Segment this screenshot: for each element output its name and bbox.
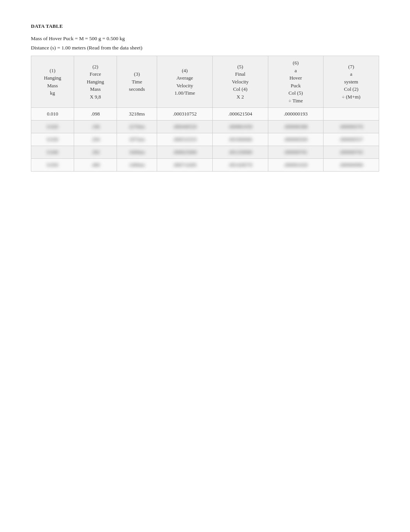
cell-row2-col3: 2270ms bbox=[117, 121, 157, 133]
cell-row2-col6: .000000388 bbox=[268, 121, 324, 133]
cell-row1-col5: .000621504 bbox=[212, 108, 268, 121]
cell-row1-col1: 0.010 bbox=[31, 108, 74, 121]
cell-row4-col1: 0.040 bbox=[31, 146, 74, 159]
col-header-6: (6) a Hover Puck Col (5) ÷ Time bbox=[268, 56, 324, 108]
cell-row2-col5: .000881058 bbox=[212, 121, 268, 133]
cell-row3-col3: 1875ms bbox=[117, 133, 157, 146]
cell-row1-col6: .000000193 bbox=[268, 108, 324, 121]
cell-row2-col7: .000000376 bbox=[324, 121, 379, 133]
data-table: (1) Hanging Mass kg (2) Force Hanging Ma… bbox=[31, 56, 379, 172]
col-header-7: (7) a system Col (2) ÷ (M+m) bbox=[324, 56, 379, 108]
table-row: 0.030.2941875ms.000533333.001066666.0000… bbox=[31, 133, 379, 146]
meta-mass: Mass of Hover Puck = M = 500 g = 0.500 k… bbox=[31, 36, 379, 42]
cell-row3-col6: .000000569 bbox=[268, 133, 324, 146]
cell-row3-col5: .001066666 bbox=[212, 133, 268, 146]
cell-row5-col5: .001428570 bbox=[212, 159, 268, 172]
cell-row5-col7: .000000996 bbox=[324, 159, 379, 172]
cell-row1-col2: .098 bbox=[74, 108, 117, 121]
cell-row1-col3: 3218ms bbox=[117, 108, 157, 121]
page-title: DATA TABLE bbox=[31, 23, 379, 29]
cell-row5-col4: .000714285 bbox=[157, 159, 213, 172]
cell-row5-col1: 0.050 bbox=[31, 159, 74, 172]
cell-row5-col6: .000001020 bbox=[268, 159, 324, 172]
col-header-3: (3) Time seconds bbox=[117, 56, 157, 108]
table-row: 0.040.3921600ms.000625000.001250000.0000… bbox=[31, 146, 379, 159]
col-header-1: (1) Hanging Mass kg bbox=[31, 56, 74, 108]
cell-row4-col6: .000000781 bbox=[268, 146, 324, 159]
cell-row5-col3: 1400ms bbox=[117, 159, 157, 172]
cell-row2-col2: .196 bbox=[74, 121, 117, 133]
cell-row5-col2: .490 bbox=[74, 159, 117, 172]
cell-row3-col1: 0.030 bbox=[31, 133, 74, 146]
cell-row3-col7: .000000557 bbox=[324, 133, 379, 146]
table-row: 0.020.1962270ms.000440529.000881058.0000… bbox=[31, 121, 379, 133]
cell-row3-col2: .294 bbox=[74, 133, 117, 146]
cell-row1-col7 bbox=[324, 108, 379, 121]
cell-row4-col5: .001250000 bbox=[212, 146, 268, 159]
meta-distance: Distance (s) = 1.00 meters (Read from th… bbox=[31, 45, 379, 51]
cell-row2-col4: .000440529 bbox=[157, 121, 213, 133]
cell-row4-col4: .000625000 bbox=[157, 146, 213, 159]
cell-row1-col4: .000310752 bbox=[157, 108, 213, 121]
table-row: 0.050.4901400ms.000714285.001428570.0000… bbox=[31, 159, 379, 172]
col-header-2: (2) Force Hanging Mass X 9,8 bbox=[74, 56, 117, 108]
table-row: 0.010.0983218ms.000310752.000621504.0000… bbox=[31, 108, 379, 121]
cell-row4-col3: 1600ms bbox=[117, 146, 157, 159]
cell-row4-col2: .392 bbox=[74, 146, 117, 159]
cell-row3-col4: .000533333 bbox=[157, 133, 213, 146]
col-header-4: (4) Average Velocity 1.00/Time bbox=[157, 56, 213, 108]
col-header-5: (5) Final Velocity Col (4) X 2 bbox=[212, 56, 268, 108]
cell-row2-col1: 0.020 bbox=[31, 121, 74, 133]
cell-row4-col7: .000000765 bbox=[324, 146, 379, 159]
